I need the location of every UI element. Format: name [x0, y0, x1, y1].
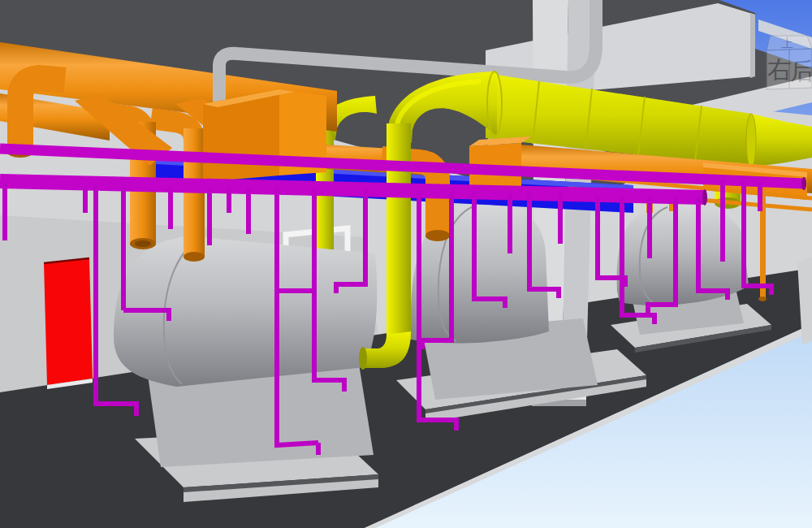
red-door [44, 258, 93, 389]
scene-canvas: 上 右 后 [0, 0, 812, 528]
3d-model-viewport[interactable]: 上 右 后 [0, 0, 812, 528]
viewcube-right-label[interactable]: 右 [767, 55, 792, 84]
viewcube-back-label[interactable]: 后 [790, 57, 812, 85]
orange-junction-box-1 [203, 89, 326, 182]
viewcube-top-label[interactable]: 上 [781, 36, 793, 50]
viewcube[interactable]: 上 右 后 [767, 36, 812, 89]
yellow-drop-pipe-2 [387, 123, 411, 340]
